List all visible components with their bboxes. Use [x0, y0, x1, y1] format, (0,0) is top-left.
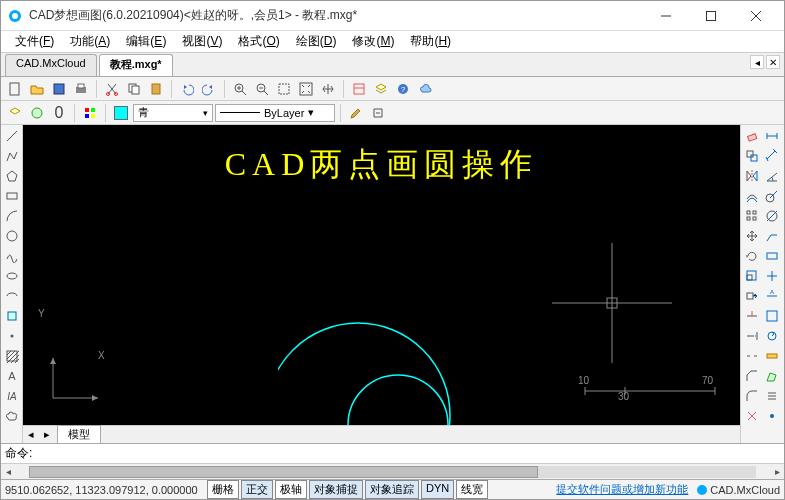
- measure-icon[interactable]: [763, 347, 781, 365]
- line-icon[interactable]: [3, 127, 21, 145]
- paste-icon[interactable]: [146, 79, 166, 99]
- scroll-left[interactable]: ◂: [1, 464, 15, 479]
- erase-icon[interactable]: [743, 127, 761, 145]
- scale-icon[interactable]: [743, 267, 761, 285]
- polygon-icon[interactable]: [3, 167, 21, 185]
- status-toggle[interactable]: 极轴: [275, 480, 307, 499]
- dim-edit-icon[interactable]: A: [763, 287, 781, 305]
- trim-icon[interactable]: [743, 307, 761, 325]
- menu-d[interactable]: 绘图(D): [288, 31, 345, 52]
- break-icon[interactable]: [743, 347, 761, 365]
- move-icon[interactable]: [743, 227, 761, 245]
- cloud-mark-icon[interactable]: [3, 407, 21, 425]
- feedback-link[interactable]: 提交软件问题或增加新功能: [556, 482, 688, 497]
- undo-icon[interactable]: [177, 79, 197, 99]
- menu-o[interactable]: 格式(O): [230, 31, 287, 52]
- redo-icon[interactable]: [199, 79, 219, 99]
- close-button[interactable]: [733, 1, 778, 31]
- dim-style-icon[interactable]: [763, 307, 781, 325]
- hatch-icon[interactable]: [3, 347, 21, 365]
- status-toggle[interactable]: 对象捕捉: [309, 480, 363, 499]
- copy-icon[interactable]: [124, 79, 144, 99]
- layer-manage-icon[interactable]: [5, 103, 25, 123]
- leader-icon[interactable]: [763, 227, 781, 245]
- zoom-window-icon[interactable]: [274, 79, 294, 99]
- zoom-extents-icon[interactable]: [296, 79, 316, 99]
- tabs-close[interactable]: ✕: [766, 55, 780, 69]
- rectangle-icon[interactable]: [3, 187, 21, 205]
- brush-icon[interactable]: [346, 103, 366, 123]
- new-file-icon[interactable]: [5, 79, 25, 99]
- mtext-icon[interactable]: IA: [3, 387, 21, 405]
- save-icon[interactable]: [49, 79, 69, 99]
- properties-icon[interactable]: [349, 79, 369, 99]
- status-toggle[interactable]: 正交: [241, 480, 273, 499]
- entity-info-icon[interactable]: [27, 103, 47, 123]
- current-color-swatch[interactable]: [114, 106, 128, 120]
- fillet-icon[interactable]: [743, 387, 761, 405]
- insert-block-icon[interactable]: [3, 307, 21, 325]
- layout-prev[interactable]: ◂: [23, 427, 39, 443]
- tabs-prev[interactable]: ◂: [750, 55, 764, 69]
- chamfer-icon[interactable]: [743, 367, 761, 385]
- id-point-icon[interactable]: [763, 407, 781, 425]
- layer-dialog-icon[interactable]: [371, 79, 391, 99]
- layout-next[interactable]: ▸: [39, 427, 55, 443]
- dim-angular-icon[interactable]: [763, 167, 781, 185]
- document-tab[interactable]: 教程.mxg*: [99, 54, 173, 76]
- menu-a[interactable]: 功能(A): [62, 31, 118, 52]
- minimize-button[interactable]: [643, 1, 688, 31]
- point-icon[interactable]: [3, 327, 21, 345]
- cut-icon[interactable]: [102, 79, 122, 99]
- tolerance-icon[interactable]: [763, 247, 781, 265]
- status-toggle[interactable]: 对象追踪: [365, 480, 419, 499]
- polyline-icon[interactable]: [3, 147, 21, 165]
- spline-icon[interactable]: [3, 247, 21, 265]
- copy-obj-icon[interactable]: [743, 147, 761, 165]
- text-icon[interactable]: A: [3, 367, 21, 385]
- layer-select[interactable]: 青 ▾: [133, 104, 213, 122]
- layout-tab-model[interactable]: 模型: [57, 425, 101, 444]
- maximize-button[interactable]: [688, 1, 733, 31]
- dim-linear-icon[interactable]: [763, 127, 781, 145]
- dim-update-icon[interactable]: [763, 327, 781, 345]
- scroll-track[interactable]: [29, 466, 756, 478]
- list-icon[interactable]: [763, 387, 781, 405]
- dim-diameter-icon[interactable]: [763, 207, 781, 225]
- menu-f[interactable]: 文件(F): [7, 31, 62, 52]
- rotate-icon[interactable]: [743, 247, 761, 265]
- linetype-select[interactable]: ByLayer ▾: [215, 104, 335, 122]
- cloud-icon[interactable]: [415, 79, 435, 99]
- explode-icon[interactable]: [743, 407, 761, 425]
- status-toggle[interactable]: DYN: [421, 480, 454, 499]
- menu-m[interactable]: 修改(M): [344, 31, 402, 52]
- open-file-icon[interactable]: [27, 79, 47, 99]
- circle-icon[interactable]: [3, 227, 21, 245]
- command-input[interactable]: [36, 447, 780, 461]
- area-icon[interactable]: [763, 367, 781, 385]
- menu-e[interactable]: 编辑(E): [118, 31, 174, 52]
- dim-aligned-icon[interactable]: [763, 147, 781, 165]
- scroll-right[interactable]: ▸: [770, 464, 784, 479]
- zoom-out-icon[interactable]: [252, 79, 272, 99]
- document-tab[interactable]: CAD.MxCloud: [5, 54, 97, 76]
- print-icon[interactable]: [71, 79, 91, 99]
- color-pick-icon[interactable]: [80, 103, 100, 123]
- arc-icon[interactable]: [3, 207, 21, 225]
- mirror-icon[interactable]: [743, 167, 761, 185]
- ellipse-arc-icon[interactable]: [3, 287, 21, 305]
- menu-v[interactable]: 视图(V): [174, 31, 230, 52]
- extend-icon[interactable]: [743, 327, 761, 345]
- status-toggle[interactable]: 栅格: [207, 480, 239, 499]
- menu-h[interactable]: 帮助(H): [402, 31, 459, 52]
- help-icon[interactable]: ?: [393, 79, 413, 99]
- pan-icon[interactable]: [318, 79, 338, 99]
- status-toggle[interactable]: 线宽: [456, 480, 488, 499]
- scroll-thumb[interactable]: [29, 466, 538, 478]
- offset-icon[interactable]: [743, 187, 761, 205]
- stretch-icon[interactable]: [743, 287, 761, 305]
- match-icon[interactable]: [368, 103, 388, 123]
- layer-0-icon[interactable]: 0: [49, 103, 69, 123]
- zoom-in-icon[interactable]: [230, 79, 250, 99]
- center-mark-icon[interactable]: [763, 267, 781, 285]
